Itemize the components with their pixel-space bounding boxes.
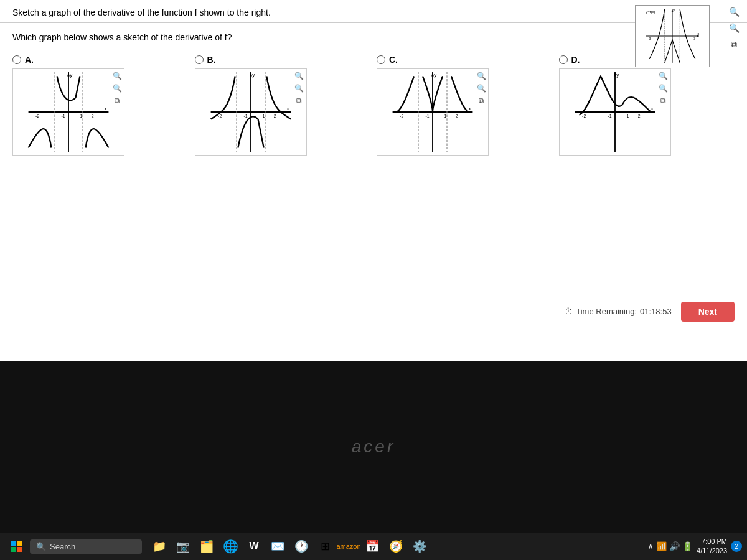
option-a-label-row: A. xyxy=(12,55,34,65)
option-d-graph: x y -2 -1 1 2 🔍 🔍 ⧉ xyxy=(559,68,671,156)
taskbar-battery-icon[interactable]: 🔋 xyxy=(682,541,693,551)
svg-text:-2: -2 xyxy=(35,114,39,118)
taskbar-app-camera[interactable]: 📷 xyxy=(173,536,193,556)
option-c-radio[interactable] xyxy=(377,55,385,64)
option-a-letter: A. xyxy=(25,55,34,65)
option-b-search-icon[interactable]: 🔍 xyxy=(294,70,305,82)
svg-rect-58 xyxy=(17,541,22,546)
option-c-letter: C. xyxy=(389,55,398,65)
option-a: A. x y -2 -1 1 2 xyxy=(12,55,189,156)
taskbar-clock: 7:00 PM xyxy=(697,537,727,546)
ref-search-icon[interactable]: 🔍 xyxy=(727,5,741,19)
option-a-expand-icon[interactable]: ⧉ xyxy=(111,95,123,106)
taskbar-search[interactable]: 🔍 Search xyxy=(30,539,142,554)
taskbar-app-nav[interactable]: 🧭 xyxy=(386,536,406,556)
svg-text:-2: -2 xyxy=(400,114,403,118)
svg-text:y=f(x): y=f(x) xyxy=(646,9,655,14)
option-c-expand-icon[interactable]: ⧉ xyxy=(476,95,487,106)
option-d-svg: x y -2 -1 1 2 xyxy=(560,69,670,155)
option-c-search-icon[interactable]: 🔍 xyxy=(476,70,487,82)
svg-text:1: 1 xyxy=(262,114,265,118)
svg-text:2: 2 xyxy=(273,114,276,118)
acer-brand: acer xyxy=(352,437,395,457)
taskbar-chevron-icon[interactable]: ∧ xyxy=(647,541,654,551)
svg-text:2: 2 xyxy=(637,114,640,118)
option-c-label-row: C. xyxy=(377,55,398,65)
option-d: D. x y -2 -1 1 2 xyxy=(559,55,735,156)
option-d-radio[interactable] xyxy=(559,55,568,64)
option-d-graph-icons: 🔍 🔍 ⧉ xyxy=(658,70,669,106)
svg-text:3: 3 xyxy=(693,37,695,40)
taskbar-app-mail[interactable]: ✉️ xyxy=(268,536,288,556)
taskbar-app-clock[interactable]: 🕐 xyxy=(291,536,311,556)
options-row: A. x y -2 -1 1 2 xyxy=(12,55,735,156)
svg-rect-57 xyxy=(11,541,16,546)
option-b-letter: B. xyxy=(207,55,216,65)
svg-text:y: y xyxy=(70,72,72,78)
taskbar-volume-icon[interactable]: 🔊 xyxy=(669,541,680,551)
svg-text:x: x xyxy=(469,106,471,111)
svg-text:1: 1 xyxy=(626,114,629,118)
taskbar-app-folder[interactable]: 🗂️ xyxy=(197,536,217,556)
taskbar-app-amazon[interactable]: amazon xyxy=(339,536,359,556)
svg-text:-1: -1 xyxy=(608,114,611,118)
ref-zoom-icon[interactable]: 🔍 xyxy=(727,21,741,35)
taskbar-time: 7:00 PM 4/11/2023 xyxy=(697,537,727,556)
next-button[interactable]: Next xyxy=(681,302,735,322)
taskbar-sys: ∧ 📶 🔊 🔋 7:00 PM 4/11/2023 2 xyxy=(647,537,742,556)
taskbar: 🔍 Search 📁 📷 🗂️ 🌐 W ✉️ 🕐 ⊞ amazon 📅 🧭 ⚙️… xyxy=(0,533,747,560)
svg-text:1: 1 xyxy=(80,114,82,118)
clock-icon: ⏱ xyxy=(565,307,573,316)
desktop-area: acer xyxy=(0,361,747,533)
svg-text:-1: -1 xyxy=(243,114,247,118)
taskbar-apps: 📁 📷 🗂️ 🌐 W ✉️ 🕐 ⊞ amazon 📅 🧭 ⚙️ xyxy=(149,536,430,556)
taskbar-app-calendar[interactable]: 📅 xyxy=(362,536,382,556)
svg-text:-3: -3 xyxy=(648,37,651,40)
taskbar-app-settings[interactable]: ⚙️ xyxy=(410,536,430,556)
reference-graph-icons: 🔍 🔍 ⧉ xyxy=(727,5,741,51)
option-b-expand-icon[interactable]: ⧉ xyxy=(294,95,305,106)
taskbar-notification-icon[interactable]: 2 xyxy=(731,541,742,552)
time-remaining: ⏱ Time Remaining: 01:18:53 xyxy=(565,307,671,316)
start-button[interactable] xyxy=(5,535,27,558)
svg-text:x: x xyxy=(286,106,289,111)
taskbar-wifi-icon[interactable]: 📶 xyxy=(656,541,667,551)
svg-text:2: 2 xyxy=(92,114,94,118)
option-d-search-icon[interactable]: 🔍 xyxy=(658,70,669,82)
svg-text:1: 1 xyxy=(444,114,446,118)
option-c-zoom-icon[interactable]: 🔍 xyxy=(476,83,487,94)
option-a-radio[interactable] xyxy=(12,55,21,64)
taskbar-app-files[interactable]: 📁 xyxy=(149,536,169,556)
option-a-graph: x y -2 -1 1 2 xyxy=(12,68,125,156)
option-a-zoom-icon[interactable]: 🔍 xyxy=(111,83,123,94)
option-a-graph-icons: 🔍 🔍 ⧉ xyxy=(111,70,123,106)
reference-graph: y=f(x) x y -3 3 xyxy=(635,5,710,67)
option-b-label-row: B. xyxy=(195,55,216,65)
option-d-zoom-icon[interactable]: 🔍 xyxy=(658,83,669,94)
taskbar-search-label: Search xyxy=(50,542,75,551)
time-remaining-label: Time Remaining: xyxy=(576,307,637,316)
svg-text:2: 2 xyxy=(456,114,458,118)
option-d-expand-icon[interactable]: ⧉ xyxy=(658,95,669,106)
taskbar-date: 4/11/2023 xyxy=(697,546,727,556)
ref-expand-icon[interactable]: ⧉ xyxy=(727,37,741,51)
taskbar-app-grid[interactable]: ⊞ xyxy=(315,536,335,556)
option-a-search-icon[interactable]: 🔍 xyxy=(111,70,123,82)
option-b-zoom-icon[interactable]: 🔍 xyxy=(294,83,305,94)
question-text: Sketch a graph of the derivative of the … xyxy=(12,7,271,17)
reference-graph-svg: y=f(x) x y -3 3 xyxy=(636,6,709,67)
taskbar-search-icon: 🔍 xyxy=(36,542,46,551)
time-remaining-value: 01:18:53 xyxy=(640,307,672,316)
svg-marker-25 xyxy=(286,111,291,113)
svg-text:x: x xyxy=(105,106,107,111)
option-d-label-row: D. xyxy=(559,55,580,65)
svg-marker-37 xyxy=(469,111,473,113)
option-a-svg: x y -2 -1 1 2 xyxy=(13,69,124,155)
svg-text:y: y xyxy=(434,72,436,78)
taskbar-app-edge[interactable]: 🌐 xyxy=(220,536,240,556)
option-b-radio[interactable] xyxy=(195,55,204,64)
option-b-graph: x y -2 -1 1 2 � xyxy=(195,68,307,156)
taskbar-app-word[interactable]: W xyxy=(244,536,264,556)
quiz-screen: Sketch a graph of the derivative of the … xyxy=(0,0,747,361)
svg-rect-59 xyxy=(11,547,16,552)
